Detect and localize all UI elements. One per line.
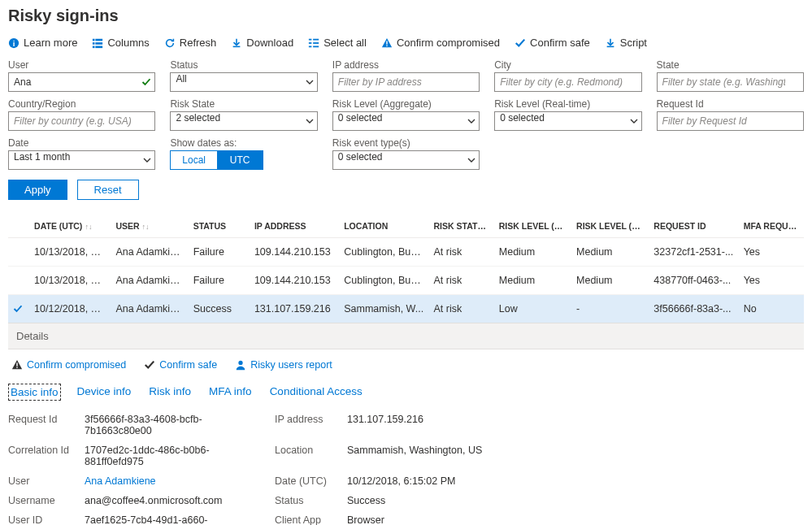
user-link[interactable]: Ana Adamkiene [85, 475, 263, 487]
col-risk-rt[interactable]: RISK LEVEL (R...↑↓ [571, 215, 649, 238]
detail-confirm-compromised[interactable]: Confirm compromised [11, 359, 126, 371]
cell-risk-state: At risk [429, 295, 494, 323]
risk-event-select[interactable]: 0 selected [332, 150, 480, 170]
toggle-local[interactable]: Local [171, 151, 217, 169]
cell-date: 10/12/2018, 6:15... [29, 295, 111, 323]
table-row[interactable]: 10/12/2018, 6:15...Ana AdamkieneSuccess1… [8, 295, 804, 323]
country-input[interactable] [8, 111, 155, 131]
svg-rect-14 [386, 41, 387, 44]
status-label: Status [170, 59, 317, 71]
table-row[interactable]: 10/13/2018, 1:26...Ana AdamkieneFailure1… [8, 267, 804, 295]
svg-rect-8 [309, 38, 312, 40]
refresh-icon [164, 37, 176, 49]
reset-button[interactable]: Reset [77, 180, 139, 200]
learn-more-button[interactable]: i Learn more [8, 37, 77, 49]
apply-button[interactable]: Apply [8, 180, 67, 200]
cell-ip: 131.107.159.216 [250, 295, 339, 323]
row-check[interactable] [8, 238, 29, 267]
svg-point-18 [239, 361, 243, 365]
select-all-button[interactable]: Select all [308, 37, 367, 49]
city-input[interactable] [494, 72, 641, 92]
tab-device-info[interactable]: Device info [76, 384, 133, 401]
detail-confirm-safe[interactable]: Confirm safe [144, 359, 217, 371]
svg-rect-16 [16, 362, 17, 366]
cell-risk-rt: Medium [571, 267, 649, 295]
svg-rect-7 [96, 46, 103, 48]
tab-mfa-info[interactable]: MFA info [207, 384, 254, 401]
date-select[interactable]: Last 1 month [8, 150, 155, 170]
confirm-compromised-button[interactable]: Confirm compromised [381, 37, 500, 49]
cell-location: Cublington, Buc... [339, 267, 428, 295]
info-label: User [8, 475, 73, 487]
cell-date: 10/13/2018, 1:30... [29, 238, 111, 267]
ip-input[interactable] [332, 72, 480, 92]
cell-mfa: No [739, 295, 804, 323]
refresh-button[interactable]: Refresh [164, 37, 217, 49]
row-check[interactable] [8, 267, 29, 295]
show-dates-toggle[interactable]: Local UTC [170, 150, 263, 170]
col-user[interactable]: USER↑↓ [111, 215, 188, 238]
col-risk-state[interactable]: RISK STATE↑↓ [429, 215, 494, 238]
cell-risk-agg: Medium [494, 238, 571, 267]
col-mfa[interactable]: MFA REQUIRE... [739, 215, 804, 238]
cell-location: Cublington, Buc... [339, 238, 428, 267]
request-id-input[interactable] [657, 111, 804, 131]
download-button[interactable]: Download [231, 37, 293, 49]
cell-user: Ana Adamkiene [111, 238, 188, 267]
detail-actions: Confirm compromised Confirm safe Risky u… [8, 349, 804, 379]
status-select[interactable]: All [170, 72, 317, 92]
cell-ip: 109.144.210.153 [250, 238, 339, 267]
cell-user: Ana Adamkiene [111, 267, 188, 295]
col-status[interactable]: STATUS [189, 215, 250, 238]
tab-risk-info[interactable]: Risk info [147, 384, 193, 401]
info-value: 3f56666f-83a3-4608-bcfb-7b1663c80e00 [85, 414, 263, 436]
info-value: Success [347, 495, 526, 506]
svg-rect-11 [313, 38, 319, 40]
risk-state-select[interactable]: 2 selected [170, 111, 317, 131]
user-label: User [8, 59, 155, 71]
tab-basic-info[interactable]: Basic info [8, 384, 61, 401]
svg-rect-5 [96, 42, 103, 45]
toggle-utc[interactable]: UTC [217, 151, 263, 169]
cell-mfa: Yes [739, 238, 804, 267]
user-input[interactable] [8, 72, 155, 92]
confirm-safe-button[interactable]: Confirm safe [515, 37, 590, 49]
cell-status: Failure [189, 238, 250, 267]
col-location[interactable]: LOCATION [339, 215, 428, 238]
col-risk-agg[interactable]: RISK LEVEL (A...↑↓ [494, 215, 571, 238]
person-icon [235, 359, 246, 371]
info-label: User ID [8, 514, 73, 525]
cell-user: Ana Adamkiene [111, 295, 188, 323]
risky-users-report[interactable]: Risky users report [235, 359, 332, 371]
col-request-id[interactable]: REQUEST ID [649, 215, 738, 238]
table-row[interactable]: 10/13/2018, 1:30...Ana AdamkieneFailure1… [8, 238, 804, 267]
cell-status: Failure [189, 267, 250, 295]
info-value: 1707ed2c-1ddc-486c-b0b6-881ff0efd975 [85, 445, 263, 467]
warning-icon [11, 359, 23, 371]
columns-button[interactable]: Columns [92, 37, 149, 49]
check-icon [515, 37, 526, 49]
svg-rect-3 [96, 38, 103, 41]
show-dates-label: Show dates as: [170, 137, 317, 149]
info-label: IP address [275, 414, 336, 436]
risk-agg-select[interactable]: 0 selected [332, 111, 480, 131]
info-label: Request Id [8, 414, 73, 436]
script-button[interactable]: Script [605, 37, 647, 49]
country-label: Country/Region [8, 98, 155, 110]
col-date[interactable]: DATE (UTC)↑↓ [29, 215, 111, 238]
cell-location: Sammamish, W... [339, 295, 428, 323]
request-id-label: Request Id [657, 98, 804, 110]
svg-rect-10 [309, 46, 312, 47]
cell-request-id: 438770ff-0463-... [649, 267, 738, 295]
row-check[interactable] [8, 295, 29, 323]
command-bar: i Learn more Columns Refresh Download Se… [8, 32, 804, 58]
risk-rt-label: Risk Level (Real-time) [494, 98, 641, 110]
state-input[interactable] [657, 72, 804, 92]
cell-request-id: 3f56666f-83a3-... [649, 295, 738, 323]
risk-rt-select[interactable]: 0 selected [494, 111, 641, 131]
tab-conditional-access[interactable]: Conditional Access [268, 384, 364, 401]
col-ip[interactable]: IP ADDRESS [250, 215, 339, 238]
info-label: Date (UTC) [275, 475, 336, 487]
basic-info-grid: Request Id 3f56666f-83a3-4608-bcfb-7b166… [8, 414, 804, 525]
svg-rect-12 [313, 42, 319, 44]
